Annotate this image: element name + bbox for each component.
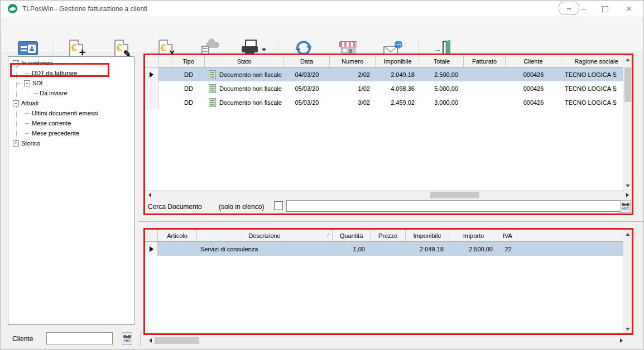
cell-numero: 2/02	[330, 67, 376, 81]
column-header-ragione-sociale[interactable]: Ragione sociale	[561, 55, 632, 67]
collapse-icon[interactable]	[24, 80, 30, 86]
scroll-right-icon[interactable]	[626, 193, 629, 197]
column-header-stato[interactable]: Stato	[205, 55, 284, 67]
tree-item-in-evidenza[interactable]: In evidenza	[8, 58, 134, 68]
tree-branch	[25, 73, 30, 74]
column-header-articolo[interactable]: Articolo	[158, 230, 197, 241]
cell-ragione-sociale: TECNO LOGICA S	[561, 95, 632, 109]
tree-item-sdi[interactable]: SDI	[8, 78, 134, 88]
tree-item-storico[interactable]: Storico	[8, 138, 134, 148]
table-row[interactable]: DD Documento non fiscale 04/03/20 2/02 2…	[145, 67, 632, 81]
cell-stato: Documento non fiscale	[205, 67, 284, 81]
column-header-imponibile[interactable]: Imponibile	[376, 55, 420, 67]
cell-descrizione: Servizi di consulenza	[197, 242, 333, 256]
expand-icon[interactable]	[13, 140, 19, 147]
cliente-find-button[interactable]: ABC	[122, 332, 132, 345]
maximize-button[interactable]	[602, 6, 608, 12]
scroll-up-icon[interactable]	[626, 233, 630, 236]
column-header-numero[interactable]: Numero	[330, 55, 376, 67]
search-input[interactable]	[286, 200, 621, 212]
cell-ragione-sociale: TECNO LOGICA S	[561, 67, 632, 81]
column-header-fatturato[interactable]: Fatturato	[464, 55, 506, 67]
pane-splitter[interactable]	[138, 221, 644, 222]
blank-column-header	[517, 230, 632, 241]
scrollbar-thumb[interactable]	[155, 337, 199, 344]
search-label: Cerca Documento	[148, 203, 202, 211]
column-header-quantita[interactable]: Quantità	[333, 230, 371, 241]
cell-imponibile: 2.049,18	[376, 67, 420, 81]
scroll-right-icon[interactable]	[620, 338, 623, 343]
highlight-box-documents-grid: Tipo Stato Data Numero Imponibile Totale…	[143, 54, 633, 215]
tree-item-ultimi-documenti-emessi[interactable]: Ultimi documenti emessi	[8, 108, 134, 118]
divider	[140, 332, 141, 346]
vertical-scrollbar[interactable]	[623, 55, 632, 190]
row-selector[interactable]	[145, 67, 158, 81]
tree-item-da-inviare[interactable]: Da inviare	[8, 88, 134, 98]
scroll-down-icon[interactable]	[626, 328, 630, 330]
current-row-icon	[150, 246, 153, 252]
minimize-button[interactable]	[580, 9, 585, 9]
document-status-icon	[209, 84, 216, 93]
clienti-card-icon	[18, 38, 38, 58]
cell-imponibile: 4.098,36	[376, 81, 420, 95]
cliente-input[interactable]	[46, 332, 113, 344]
column-header-cliente[interactable]: Cliente	[506, 55, 561, 67]
scrollbar-thumb[interactable]	[624, 67, 631, 102]
cell-stato: Documento non fiscale	[205, 81, 284, 95]
collapse-icon[interactable]	[13, 60, 19, 66]
resize-cursor-icon: ⇔	[559, 2, 579, 14]
table-row[interactable]: Servizi di consulenza 1,00 2.049,18 2.50…	[145, 242, 632, 256]
column-header-descrizione[interactable]: Descrizione ∕	[197, 230, 333, 241]
horizontal-scrollbar[interactable]	[145, 190, 632, 199]
collapse-icon[interactable]	[13, 100, 19, 106]
toolbar-separator	[2, 38, 2, 66]
scroll-up-icon[interactable]	[626, 59, 630, 61]
search-checkbox[interactable]	[274, 201, 283, 210]
app-logo-icon	[8, 4, 17, 13]
cell-cliente: 000426	[506, 81, 561, 95]
column-header-totale[interactable]: Totale	[420, 55, 464, 67]
column-header-tipo[interactable]: Tipo	[172, 55, 205, 67]
tree-item-ddt-da-fatturare[interactable]: DDT da fatturare	[8, 68, 134, 78]
sort-ascending-icon: ∕	[328, 232, 329, 238]
cell-ragione-sociale: TECNO LOGICA S	[561, 81, 632, 95]
binoculars-icon	[123, 335, 127, 338]
scrollbar-thumb[interactable]	[430, 192, 479, 198]
toolbar: Clienti Nuovo Modifica Cancellla Invia	[1, 17, 643, 52]
cell-data: 04/03/20	[284, 67, 330, 81]
column-header-iva[interactable]: IVA	[498, 230, 517, 241]
row-selector[interactable]	[145, 81, 158, 95]
column-header-prezzo[interactable]: Prezzo	[371, 230, 406, 241]
column-header-importo[interactable]: Importo	[449, 230, 498, 241]
cell-numero: 1/02	[330, 81, 376, 95]
tree-item-attuali[interactable]: Attuali	[8, 98, 134, 108]
binoculars-icon	[622, 203, 625, 206]
column-header-data[interactable]: Data	[284, 55, 330, 67]
cell-prezzo	[371, 242, 406, 256]
search-find-button[interactable]: ABC	[620, 200, 631, 213]
tree-item-mese-corrente[interactable]: Mese corrente	[8, 118, 134, 128]
tree-item-mese-precedente[interactable]: Mese precedente	[8, 128, 134, 138]
row-selector[interactable]	[145, 242, 158, 256]
table-row[interactable]: DD Documento non fiscale 05/03/20 1/02 4…	[145, 81, 632, 95]
close-button[interactable]: ×	[623, 2, 635, 16]
search-hint: (solo in elenco)	[219, 203, 264, 211]
cell-fatturato	[464, 81, 506, 95]
blank-column-header	[158, 55, 172, 67]
scroll-down-icon[interactable]	[626, 184, 630, 187]
cliente-label: Cliente	[12, 335, 33, 343]
table-row[interactable]: DD Documento non fiscale 05/03/20 3/02 2…	[145, 95, 632, 109]
scroll-left-icon[interactable]	[149, 338, 152, 343]
column-header-imponibile[interactable]: Imponibile	[406, 230, 449, 241]
cell-importo: 2.500,00	[449, 242, 498, 256]
cell-fatturato	[464, 95, 506, 109]
app-window: TLPosWin - Gestione fatturazione a clien…	[0, 0, 644, 350]
cell-cliente: 000426	[506, 67, 561, 81]
stampa-dropdown-icon[interactable]	[262, 48, 266, 51]
horizontal-scrollbar[interactable]	[143, 336, 633, 345]
scroll-left-icon[interactable]	[148, 193, 151, 197]
row-selector-header	[145, 230, 158, 241]
row-selector[interactable]	[145, 95, 158, 109]
vertical-scrollbar[interactable]	[623, 230, 632, 333]
documents-grid-header: Tipo Stato Data Numero Imponibile Totale…	[145, 55, 632, 67]
